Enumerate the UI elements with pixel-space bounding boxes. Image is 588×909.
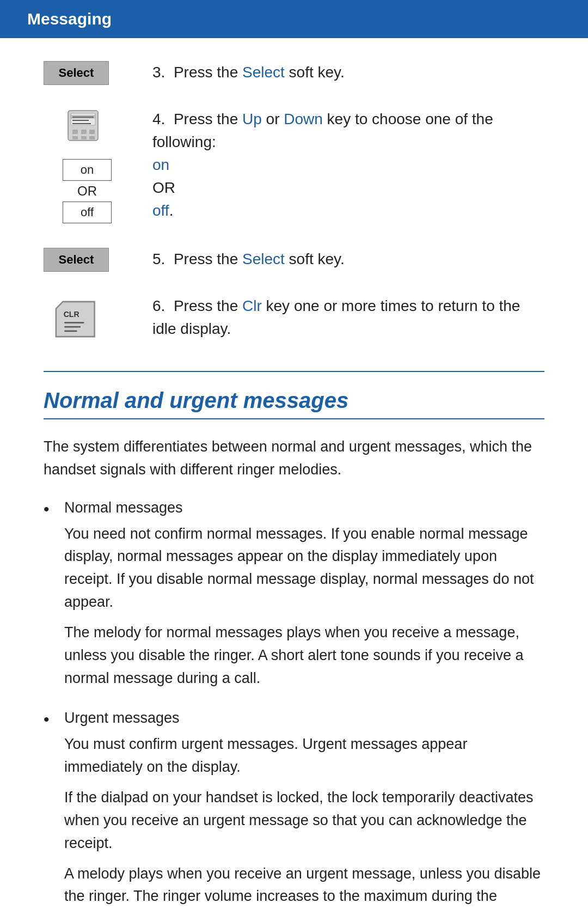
step-5-row: Select 5. Press the Select soft key.	[44, 247, 544, 272]
step-4-up-highlight: Up	[242, 111, 262, 127]
option-off-label: off	[152, 202, 169, 219]
step-3-text: 3. Press the Select soft key.	[152, 60, 544, 84]
step-3-select-highlight: Select	[242, 64, 285, 81]
svg-rect-5	[71, 115, 95, 119]
bullet-body-urgent-3: A melody plays when you receive an urgen…	[64, 863, 544, 910]
select-button-step5: Select	[44, 248, 109, 272]
svg-rect-10	[81, 136, 87, 139]
menu-option-on: on	[63, 159, 112, 181]
page-header: Messaging	[0, 0, 588, 38]
bullet-body-normal-1: You need not confirm normal messages. If…	[64, 523, 544, 614]
svg-text:CLR: CLR	[64, 310, 79, 319]
step-4-number: 4.	[152, 111, 174, 127]
bullet-dot-normal: •	[44, 497, 60, 522]
step-4-icon: on OR off	[44, 107, 152, 225]
step-5-icon: Select	[44, 247, 152, 272]
option-on-label: on	[152, 156, 169, 173]
section-intro: The system differentiates between normal…	[44, 436, 544, 481]
bullet-body-urgent-1: You must confirm urgent messages. Urgent…	[64, 733, 544, 779]
bullet-list: • Normal messages You need not confirm n…	[44, 497, 544, 909]
or-separator: OR	[63, 184, 112, 199]
bullet-body-urgent-2: If the dialpad on your handset is locked…	[64, 786, 544, 855]
bullet-body-normal-2: The melody for normal messages plays whe…	[64, 621, 544, 690]
step-6-clr-highlight: Clr	[242, 297, 262, 314]
bullet-content-normal: Normal messages You need not confirm nor…	[64, 497, 544, 690]
step-6-icon: CLR	[44, 294, 152, 344]
phone-illustration	[63, 108, 112, 157]
list-item-urgent: • Urgent messages You must confirm urgen…	[44, 707, 544, 909]
step-5-number: 5.	[152, 251, 174, 267]
svg-rect-9	[72, 136, 78, 139]
step-4-down-highlight: Down	[284, 111, 323, 127]
step-5-text: 5. Press the Select soft key.	[152, 247, 544, 271]
step-6-row: CLR 6. Press the Clr key one or more tim…	[44, 294, 544, 344]
select-button-step3: Select	[44, 61, 109, 85]
step-3-icon: Select	[44, 60, 152, 85]
svg-rect-8	[89, 130, 95, 134]
step-3-row: Select 3. Press the Select soft key.	[44, 60, 544, 85]
step-5-select-highlight: Select	[242, 251, 285, 267]
bullet-title-urgent: Urgent messages	[64, 707, 544, 730]
header-title: Messaging	[27, 10, 112, 28]
bullet-title-normal: Normal messages	[64, 497, 544, 520]
step-3-number: 3.	[152, 64, 174, 81]
section-heading: Normal and urgent messages	[44, 388, 544, 413]
step-4-row: on OR off 4. Press the Up or Down key to…	[44, 107, 544, 225]
section-divider-2	[44, 418, 544, 419]
menu-option-off: off	[63, 202, 112, 223]
step-4-text: 4. Press the Up or Down key to choose on…	[152, 107, 544, 222]
svg-rect-11	[89, 136, 95, 139]
svg-rect-6	[72, 130, 78, 134]
bullet-content-urgent: Urgent messages You must confirm urgent …	[64, 707, 544, 909]
svg-rect-7	[81, 130, 87, 134]
step-6-text: 6. Press the Clr key one or more times t…	[152, 294, 544, 340]
page-content: Select 3. Press the Select soft key.	[0, 60, 588, 909]
section-divider	[44, 371, 544, 372]
list-item-normal: • Normal messages You need not confirm n…	[44, 497, 544, 690]
step-6-number: 6.	[152, 297, 174, 314]
clr-button-icon: CLR	[49, 295, 98, 344]
bullet-dot-urgent: •	[44, 707, 60, 733]
